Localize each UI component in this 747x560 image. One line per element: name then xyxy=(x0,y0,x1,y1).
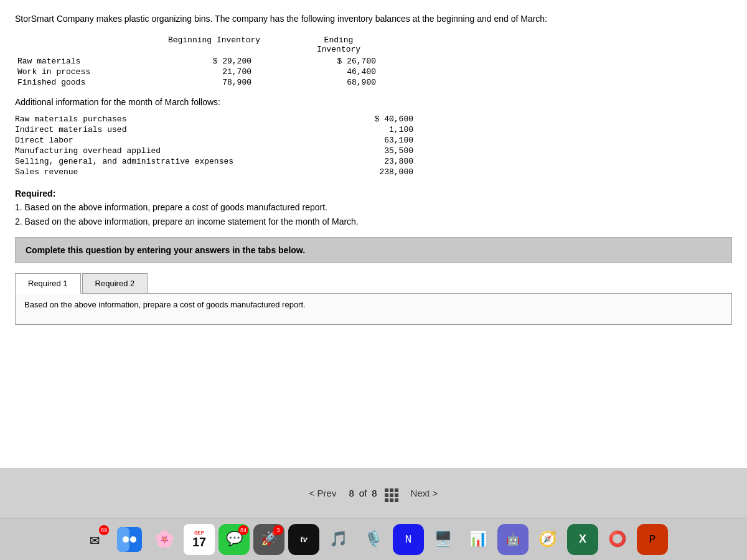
dock-item-unknown[interactable]: P xyxy=(637,524,668,555)
main-content: StorSmart Company makes plastic organizi… xyxy=(0,0,747,510)
tab-required-2[interactable]: Required 2 xyxy=(82,273,148,293)
svg-point-2 xyxy=(123,536,129,543)
raw-materials-end: $ 26,700 xyxy=(276,57,401,66)
page-current: 8 xyxy=(349,488,354,498)
dock-item-launchpad[interactable]: 🚀 3 xyxy=(253,524,284,555)
dock-item-excel[interactable]: X xyxy=(567,524,598,555)
end-inventory-header: EndingInventory xyxy=(276,35,401,54)
list-item: Indirect materials used 1,100 xyxy=(15,125,732,134)
list-item: Raw materials purchases $ 40,600 xyxy=(15,114,732,124)
page-indicator: 8 of 8 xyxy=(349,483,398,502)
tab-required-1[interactable]: Required 1 xyxy=(15,273,81,294)
additional-info-table: Raw materials purchases $ 40,600 Indirec… xyxy=(15,114,732,177)
list-item: Direct labor 63,100 xyxy=(15,136,732,145)
wip-begin: 21,700 xyxy=(152,67,276,77)
list-item: Manufacturing overhead applied 35,500 xyxy=(15,146,732,156)
svg-point-3 xyxy=(130,536,136,543)
dock-item-appletv[interactable]: tv xyxy=(288,524,319,555)
wip-label: Work in process xyxy=(15,67,152,77)
required-section: Required: 1. Based on the above informat… xyxy=(15,187,732,228)
dock-item-circle[interactable]: ⭕ xyxy=(602,524,633,555)
dock-item-stocks[interactable]: 📊 xyxy=(463,524,494,555)
mail-badge: 89 xyxy=(99,525,109,535)
table-row: Finished goods 78,900 68,900 xyxy=(15,78,732,87)
list-item: Sales revenue 238,000 xyxy=(15,167,732,177)
bottom-navigation: < Prev 8 of 8 Next > xyxy=(0,468,747,518)
finished-goods-end: 68,900 xyxy=(276,78,401,87)
raw-materials-begin: $ 29,200 xyxy=(152,57,276,66)
dock-item-mail[interactable]: ✉️ 89 xyxy=(79,524,110,555)
tab-content-text: Based on the above information, prepare … xyxy=(24,300,306,309)
table-row: Work in process 21,700 46,400 xyxy=(15,67,732,77)
inventory-header-row: Beginning Inventory EndingInventory xyxy=(15,35,732,54)
instruction-text: Complete this question by entering your … xyxy=(26,245,305,255)
raw-materials-label: Raw materials xyxy=(15,57,152,66)
wip-end: 46,400 xyxy=(276,67,401,77)
calendar-day: 17 xyxy=(192,536,206,548)
dock-item-photos[interactable]: 🌸 xyxy=(149,524,180,555)
dock-item-compass[interactable]: 🧭 xyxy=(532,524,563,555)
dock-item-automator[interactable]: 🤖 xyxy=(497,524,529,555)
messages-badge: 84 xyxy=(238,525,248,535)
intro-paragraph: StorSmart Company makes plastic organizi… xyxy=(15,12,732,26)
tabs-container: Required 1 Required 2 xyxy=(15,273,732,294)
table-row: Raw materials $ 29,200 $ 26,700 xyxy=(15,57,732,66)
dock-item-touch[interactable]: 🖥️ xyxy=(428,524,459,555)
required-item-1: 1. Based on the above information, prepa… xyxy=(15,202,327,212)
begin-inventory-header: Beginning Inventory xyxy=(152,35,276,54)
finished-goods-label: Finished goods xyxy=(15,78,152,87)
next-button[interactable]: Next > xyxy=(411,488,438,498)
macos-dock: ✉️ 89 🌸 SEP 17 💬 84 🚀 3 tv 🎵 🎙️ N 🖥️ 📊 🤖… xyxy=(0,518,747,560)
grid-icon xyxy=(385,483,398,502)
required-heading: Required: xyxy=(15,189,55,198)
dock-item-notes[interactable]: N xyxy=(393,524,424,555)
dock-item-podcasts[interactable]: 🎙️ xyxy=(358,524,389,555)
inventory-table: Beginning Inventory EndingInventory Raw … xyxy=(15,35,732,87)
additional-info-heading: Additional information for the month of … xyxy=(15,97,732,107)
dock-item-calendar[interactable]: SEP 17 xyxy=(184,524,215,555)
required-item-2: 2. Based on the above information, prepa… xyxy=(15,217,359,226)
finished-goods-begin: 78,900 xyxy=(152,78,276,87)
dock-item-finder[interactable] xyxy=(114,524,145,555)
page-of-label: of xyxy=(359,488,367,498)
dock-item-music[interactable]: 🎵 xyxy=(323,524,354,555)
list-item: Selling, general, and administrative exp… xyxy=(15,157,732,166)
dock-item-messages[interactable]: 💬 84 xyxy=(218,524,250,555)
instruction-bar: Complete this question by entering your … xyxy=(15,237,732,263)
page-total: 8 xyxy=(372,488,377,498)
prev-button[interactable]: < Prev xyxy=(309,488,337,498)
launchpad-badge: 3 xyxy=(273,525,283,535)
tab-content-area: Based on the above information, prepare … xyxy=(15,294,732,325)
